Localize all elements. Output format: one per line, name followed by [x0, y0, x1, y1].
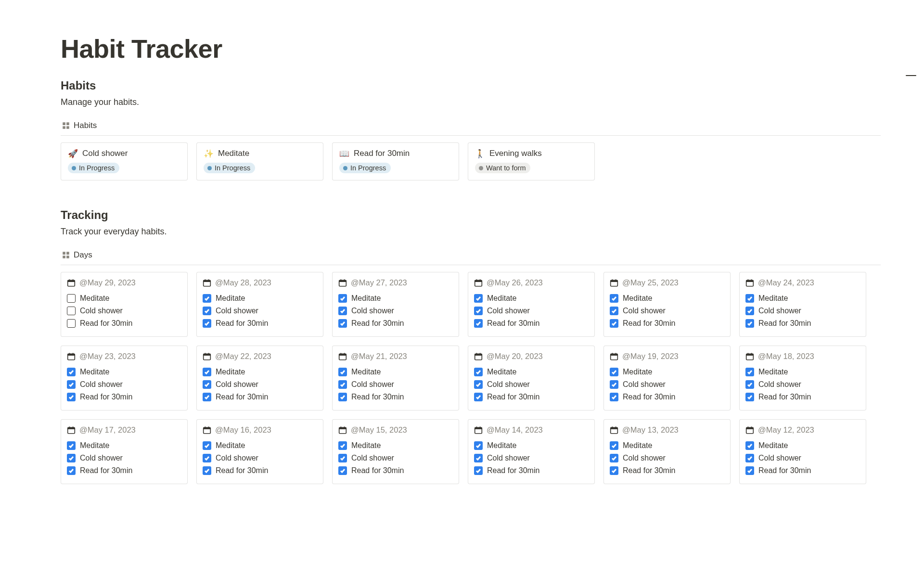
day-card[interactable]: @May 20, 2023MeditateCold showerRead for… [468, 346, 595, 410]
task-checkbox[interactable] [67, 380, 76, 389]
task-checkbox[interactable] [610, 441, 618, 450]
task-checkbox[interactable] [745, 319, 754, 328]
day-card[interactable]: @May 26, 2023MeditateCold showerRead for… [468, 272, 595, 337]
task-checkbox[interactable] [67, 294, 76, 303]
task-checkbox[interactable] [745, 294, 754, 303]
task-checkbox[interactable] [338, 454, 347, 462]
days-gallery-tab[interactable]: Days [61, 248, 93, 265]
task-row: Cold shower [203, 305, 317, 317]
day-card[interactable]: @May 24, 2023MeditateCold showerRead for… [739, 272, 866, 337]
day-card[interactable]: @May 17, 2023MeditateCold showerRead for… [61, 419, 188, 484]
day-card[interactable]: @May 22, 2023MeditateCold showerRead for… [196, 346, 323, 410]
svg-rect-6 [205, 279, 206, 281]
day-card[interactable]: @May 15, 2023MeditateCold showerRead for… [332, 419, 459, 484]
task-checkbox[interactable] [338, 380, 347, 389]
task-checkbox[interactable] [67, 307, 76, 315]
task-row: Read for 30min [203, 391, 317, 403]
task-checkbox[interactable] [67, 454, 76, 462]
day-card[interactable]: @May 13, 2023MeditateCold showerRead for… [603, 419, 731, 484]
task-checkbox[interactable] [610, 368, 618, 376]
task-checkbox[interactable] [203, 441, 211, 450]
task-checkbox[interactable] [610, 380, 618, 389]
day-card[interactable]: @May 21, 2023MeditateCold showerRead for… [332, 346, 459, 410]
task-checkbox[interactable] [203, 393, 211, 401]
svg-rect-14 [476, 279, 477, 281]
day-card[interactable]: @May 23, 2023MeditateCold showerRead for… [61, 346, 188, 410]
task-checkbox[interactable] [610, 307, 618, 315]
menu-handle-icon[interactable] [906, 75, 916, 76]
task-label: Read for 30min [351, 319, 404, 328]
task-row: Read for 30min [203, 464, 317, 477]
svg-rect-23 [751, 279, 752, 281]
task-checkbox[interactable] [474, 368, 483, 376]
task-checkbox[interactable] [203, 319, 211, 328]
day-card[interactable]: @May 19, 2023MeditateCold showerRead for… [603, 346, 731, 410]
day-card[interactable]: @May 18, 2023MeditateCold showerRead for… [739, 346, 866, 410]
task-row: Cold shower [610, 305, 724, 317]
task-checkbox[interactable] [203, 368, 211, 376]
task-checkbox[interactable] [67, 393, 76, 401]
task-label: Read for 30min [758, 319, 811, 328]
habit-card[interactable]: 🚀Cold showerIn Progress [61, 142, 188, 180]
task-checkbox[interactable] [203, 307, 211, 315]
task-checkbox[interactable] [338, 441, 347, 450]
task-checkbox[interactable] [67, 368, 76, 376]
day-card[interactable]: @May 16, 2023MeditateCold showerRead for… [196, 419, 323, 484]
task-checkbox[interactable] [338, 307, 347, 315]
task-checkbox[interactable] [610, 319, 618, 328]
habit-card[interactable]: 🚶Evening walksWant to form [468, 142, 595, 180]
task-checkbox[interactable] [745, 307, 754, 315]
day-date: @May 12, 2023 [758, 425, 814, 435]
task-checkbox[interactable] [745, 380, 754, 389]
task-checkbox[interactable] [474, 393, 483, 401]
day-card[interactable]: @May 27, 2023MeditateCold showerRead for… [332, 272, 459, 337]
svg-rect-31 [208, 353, 209, 354]
day-card[interactable]: @May 28, 2023MeditateCold showerRead for… [196, 272, 323, 337]
day-card[interactable]: @May 25, 2023MeditateCold showerRead for… [603, 272, 731, 337]
task-checkbox[interactable] [474, 319, 483, 328]
task-row: Cold shower [745, 305, 860, 317]
task-checkbox[interactable] [338, 393, 347, 401]
task-checkbox[interactable] [610, 454, 618, 462]
task-checkbox[interactable] [745, 454, 754, 462]
day-date: @May 23, 2023 [79, 352, 136, 361]
task-checkbox[interactable] [610, 294, 618, 303]
habit-emoji-icon: 🚀 [68, 150, 78, 158]
task-label: Cold shower [758, 307, 801, 315]
task-row: Meditate [67, 439, 181, 452]
task-checkbox[interactable] [745, 466, 754, 475]
task-checkbox[interactable] [338, 466, 347, 475]
task-checkbox[interactable] [745, 441, 754, 450]
task-checkbox[interactable] [203, 380, 211, 389]
task-row: Read for 30min [745, 317, 860, 330]
day-card[interactable]: @May 14, 2023MeditateCold showerRead for… [468, 419, 595, 484]
habit-card[interactable]: ✨MeditateIn Progress [196, 142, 323, 180]
task-checkbox[interactable] [67, 466, 76, 475]
page-title: Habit Tracker [61, 34, 881, 64]
task-checkbox[interactable] [203, 466, 211, 475]
task-checkbox[interactable] [474, 466, 483, 475]
task-checkbox[interactable] [745, 368, 754, 376]
task-checkbox[interactable] [474, 454, 483, 462]
day-card[interactable]: @May 29, 2023MeditateCold showerRead for… [61, 272, 188, 337]
habit-card[interactable]: 📖Read for 30minIn Progress [332, 142, 459, 180]
task-checkbox[interactable] [474, 441, 483, 450]
task-checkbox[interactable] [338, 368, 347, 376]
task-row: Read for 30min [67, 464, 181, 477]
task-checkbox[interactable] [338, 319, 347, 328]
task-checkbox[interactable] [338, 294, 347, 303]
task-checkbox[interactable] [610, 393, 618, 401]
task-checkbox[interactable] [67, 441, 76, 450]
habits-gallery-tab[interactable]: Habits [61, 119, 98, 135]
svg-rect-45 [746, 354, 754, 356]
task-checkbox[interactable] [474, 307, 483, 315]
task-checkbox[interactable] [474, 294, 483, 303]
task-checkbox[interactable] [67, 319, 76, 328]
task-checkbox[interactable] [745, 393, 754, 401]
day-date: @May 26, 2023 [487, 278, 543, 287]
task-checkbox[interactable] [203, 294, 211, 303]
task-checkbox[interactable] [474, 380, 483, 389]
task-checkbox[interactable] [203, 454, 211, 462]
task-checkbox[interactable] [610, 466, 618, 475]
day-card[interactable]: @May 12, 2023MeditateCold showerRead for… [739, 419, 866, 484]
